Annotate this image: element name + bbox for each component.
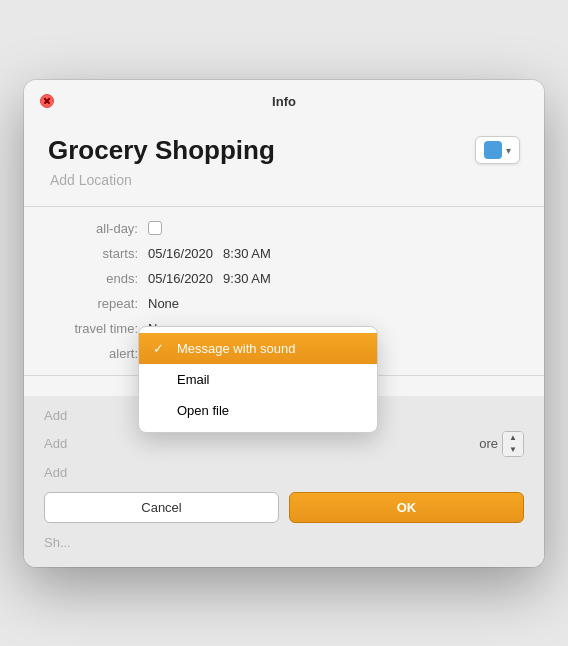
dropdown-item-email[interactable]: ✓ Email <box>139 364 377 395</box>
repeat-label: repeat: <box>48 296 148 311</box>
add-invitees-text[interactable]: Add <box>44 408 67 423</box>
starts-row: starts: 05/16/2020 8:30 AM <box>48 246 520 261</box>
show-as-control: ore ▲ ▼ <box>479 431 524 457</box>
show-label-row: Sh... <box>44 533 524 551</box>
show-as-stepper[interactable]: ▲ ▼ <box>502 431 524 457</box>
starts-date[interactable]: 05/16/2020 <box>148 246 213 261</box>
add-url-row: Add <box>44 465 524 480</box>
ends-time[interactable]: 9:30 AM <box>223 271 271 286</box>
action-buttons: Cancel OK <box>44 492 524 523</box>
ends-row: ends: 05/16/2020 9:30 AM <box>48 271 520 286</box>
form-section: all-day: starts: 05/16/2020 8:30 AM ends… <box>48 207 520 375</box>
dropdown-item-email-label: Email <box>177 372 210 387</box>
starts-label: starts: <box>48 246 148 261</box>
color-swatch <box>484 141 502 159</box>
stepper-up-button[interactable]: ▲ <box>503 432 523 444</box>
add-url-text[interactable]: Add <box>44 465 67 480</box>
info-window: Info Grocery Shopping ▾ Add Location all… <box>24 80 544 567</box>
add-location-field[interactable]: Add Location <box>48 172 520 188</box>
ends-date[interactable]: 05/16/2020 <box>148 271 213 286</box>
ok-button[interactable]: OK <box>289 492 524 523</box>
dropdown-item-message[interactable]: ✓ Message with sound <box>139 333 377 364</box>
event-title-row: Grocery Shopping ▾ <box>48 135 520 166</box>
repeat-row: repeat: None <box>48 296 520 311</box>
ends-label: ends: <box>48 271 148 286</box>
titlebar: Info <box>24 80 544 119</box>
window-title: Info <box>272 94 296 109</box>
close-button[interactable] <box>40 94 54 108</box>
cancel-button[interactable]: Cancel <box>44 492 279 523</box>
dropdown-item-message-label: Message with sound <box>177 341 296 356</box>
alert-row: alert: Custom... ✓ Message with sound ✓ … <box>48 346 520 361</box>
alert-dropdown: ✓ Message with sound ✓ Email ✓ Open file <box>138 326 378 433</box>
checkmark-icon: ✓ <box>153 341 169 356</box>
color-picker-button[interactable]: ▾ <box>475 136 520 164</box>
dropdown-item-openfile-label: Open file <box>177 403 229 418</box>
show-as-row: Add ore ▲ ▼ <box>44 431 524 457</box>
dropdown-item-openfile[interactable]: ✓ Open file <box>139 395 377 426</box>
repeat-value[interactable]: None <box>148 296 179 311</box>
event-title: Grocery Shopping <box>48 135 275 166</box>
add-note-text[interactable]: Add <box>44 436 67 451</box>
allday-checkbox[interactable] <box>148 221 162 235</box>
show-as-ore-label: ore <box>479 436 498 451</box>
travel-label: travel time: <box>48 321 148 336</box>
allday-label: all-day: <box>48 221 148 236</box>
chevron-down-icon: ▾ <box>506 145 511 156</box>
show-label: Sh... <box>44 535 71 550</box>
main-content: Grocery Shopping ▾ Add Location all-day:… <box>24 119 544 396</box>
starts-time[interactable]: 8:30 AM <box>223 246 271 261</box>
stepper-down-button[interactable]: ▼ <box>503 444 523 456</box>
alert-label: alert: <box>48 346 148 361</box>
allday-row: all-day: <box>48 221 520 236</box>
